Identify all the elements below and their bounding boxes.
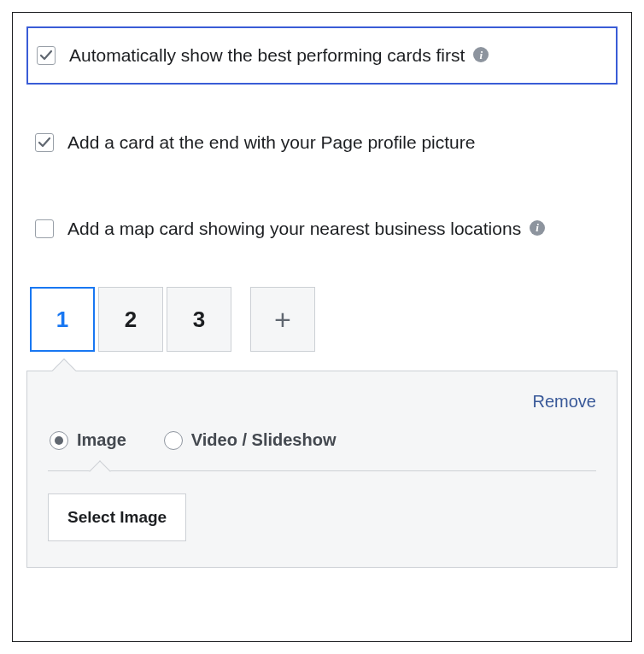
option-label: Add a map card showing your nearest busi…: [67, 217, 545, 241]
option-text: Add a map card showing your nearest busi…: [67, 219, 521, 238]
option-text: Add a card at the end with your Page pro…: [67, 132, 475, 152]
card-tab-3[interactable]: 3: [167, 287, 231, 352]
remove-row: Remove: [48, 392, 596, 412]
media-pointer: [89, 460, 110, 482]
select-image-button[interactable]: Select Image: [48, 493, 186, 541]
checkbox-map-card[interactable]: [35, 219, 54, 238]
remove-card-link[interactable]: Remove: [533, 392, 596, 411]
card-tab-2[interactable]: 2: [98, 287, 163, 352]
media-type-radios: Image Video / Slideshow: [48, 430, 596, 450]
info-icon[interactable]: i: [473, 47, 489, 62]
radio-label-image: Image: [77, 430, 126, 450]
info-icon[interactable]: i: [530, 220, 545, 236]
radio-option-video-slideshow[interactable]: Video / Slideshow: [164, 430, 337, 450]
card-tab-add[interactable]: +: [250, 287, 315, 352]
radio-image[interactable]: [50, 431, 68, 450]
media-section: Select Image: [48, 470, 596, 541]
card-editor-panel: Remove Image Video / Slideshow Select Im…: [26, 371, 618, 568]
check-icon: [38, 136, 51, 149]
carousel-options-panel: Automatically show the best performing c…: [12, 12, 632, 642]
option-label: Add a card at the end with your Page pro…: [67, 131, 475, 155]
card-editor-wrapper: Remove Image Video / Slideshow Select Im…: [26, 371, 618, 568]
card-tabs: 1 2 3 +: [26, 287, 618, 352]
card-tab-1[interactable]: 1: [30, 287, 95, 352]
radio-option-image[interactable]: Image: [50, 430, 126, 450]
option-label: Automatically show the best performing c…: [69, 44, 489, 67]
radio-video-slideshow[interactable]: [164, 431, 183, 450]
radio-label-video-slideshow: Video / Slideshow: [191, 430, 337, 450]
option-map-card[interactable]: Add a map card showing your nearest busi…: [26, 201, 618, 256]
check-icon: [39, 49, 53, 62]
option-end-card-profile[interactable]: Add a card at the end with your Page pro…: [26, 115, 618, 170]
checkbox-end-card-profile[interactable]: [35, 133, 54, 152]
option-auto-best-first[interactable]: Automatically show the best performing c…: [26, 26, 618, 85]
option-text: Automatically show the best performing c…: [69, 45, 465, 65]
checkbox-auto-best-first[interactable]: [37, 46, 56, 65]
